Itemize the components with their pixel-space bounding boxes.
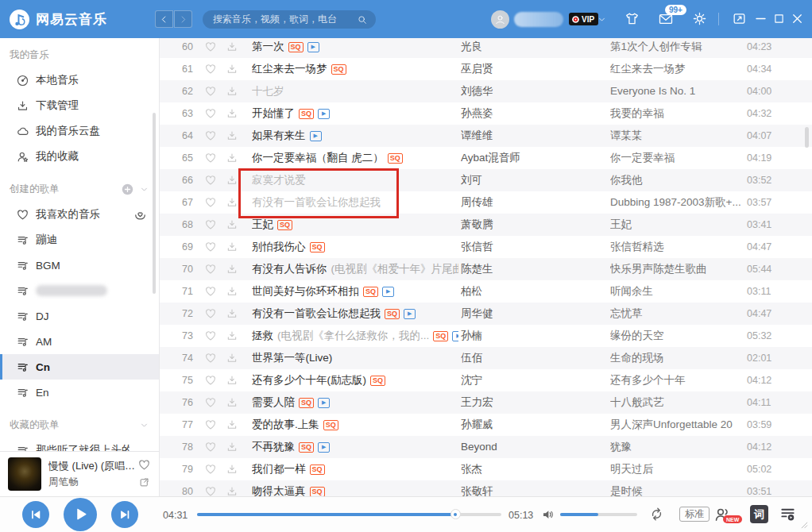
song-artist[interactable]: 伍佰: [461, 347, 601, 369]
song-row-71[interactable]: 71世间美好与你环环相扣SQ▶柏松听闻余生03:11: [160, 280, 812, 303]
app-logo[interactable]: 网易云音乐: [10, 0, 107, 38]
like-heart-icon[interactable]: [204, 352, 217, 364]
sq-badge[interactable]: SQ: [299, 442, 314, 453]
sidebar-playlist-blurred[interactable]: [0, 278, 159, 303]
vip-badge[interactable]: VIP: [569, 13, 598, 25]
song-album[interactable]: 生命的现场: [610, 347, 740, 369]
quality-button[interactable]: 标准: [679, 507, 710, 522]
play-button[interactable]: [64, 498, 97, 531]
download-icon[interactable]: [226, 129, 238, 142]
search-input[interactable]: 搜索音乐，视频，歌词，电台: [203, 10, 376, 29]
volume-icon[interactable]: [541, 507, 555, 522]
song-artist[interactable]: 周传雄: [461, 191, 601, 214]
song-album[interactable]: 我要的幸福: [610, 102, 740, 125]
mv-badge[interactable]: ▶: [310, 131, 322, 141]
download-icon[interactable]: [226, 374, 238, 387]
sq-badge[interactable]: SQ: [388, 153, 403, 164]
messages-button[interactable]: 99+: [658, 11, 674, 27]
search-icon[interactable]: [357, 14, 368, 25]
sq-badge[interactable]: SQ: [433, 331, 448, 341]
like-heart-icon[interactable]: [204, 40, 217, 53]
volume-slider[interactable]: [560, 513, 637, 516]
username-blurred[interactable]: [514, 12, 563, 27]
like-heart-icon[interactable]: [204, 418, 217, 431]
song-title-cell[interactable]: 有没有一首歌会让你想起我SQ▶: [252, 303, 458, 325]
download-icon[interactable]: [226, 307, 238, 320]
song-title-cell[interactable]: 有没有人告诉你(电视剧《相爱十年》片尾曲): [252, 258, 458, 280]
song-title-cell[interactable]: 不再犹豫SQ▶: [252, 436, 458, 458]
sq-badge[interactable]: SQ: [310, 465, 325, 475]
download-icon[interactable]: [226, 174, 238, 187]
play-queue-icon[interactable]: [779, 505, 797, 523]
download-icon[interactable]: [226, 285, 238, 298]
sq-badge[interactable]: SQ: [310, 487, 325, 497]
download-icon[interactable]: [226, 352, 238, 364]
song-title-cell[interactable]: 需要人陪SQ▶: [252, 391, 458, 414]
like-heart-icon[interactable]: [204, 330, 217, 342]
download-icon[interactable]: [226, 485, 238, 496]
download-icon[interactable]: [226, 152, 238, 164]
song-album[interactable]: 你一定要幸福: [610, 147, 740, 169]
song-artist[interactable]: 张信哲: [461, 236, 601, 258]
download-icon[interactable]: [226, 418, 238, 431]
song-artist[interactable]: 刘可: [461, 169, 601, 191]
song-row-70[interactable]: 70有没有人告诉你(电视剧《相爱十年》片尾曲)陈楚生快乐男声陈楚生歌曲05:44: [160, 258, 812, 280]
lyrics-button[interactable]: 词: [750, 505, 768, 523]
song-row-61[interactable]: 61红尘来去一场梦SQ巫启贤红尘来去一场梦04:34: [160, 58, 812, 80]
sidebar-scrollbar-thumb[interactable]: [153, 113, 156, 294]
song-title-cell[interactable]: 还有多少个十年(励志版)SQ: [252, 369, 458, 391]
song-artist[interactable]: 孙耀威: [461, 414, 601, 436]
song-artist[interactable]: 周华健: [461, 303, 601, 325]
heart-hands-icon[interactable]: [133, 207, 148, 222]
sidebar-item-本地音乐[interactable]: 本地音乐: [0, 67, 159, 93]
mv-badge[interactable]: ▶: [307, 42, 319, 52]
song-row-79[interactable]: 79我们都一样SQ张杰明天过后05:02: [160, 458, 812, 480]
song-row-63[interactable]: 63开始懂了VIPSQ▶孙燕姿我要的幸福04:32: [160, 102, 812, 125]
song-row-77[interactable]: 77爱的故事.上集SQ孙耀威男人深声Unforgettable 2003:59: [160, 414, 812, 436]
account-chevron-down-icon[interactable]: [597, 14, 607, 25]
minimize-icon[interactable]: [753, 11, 768, 26]
sidebar-playlist-BGM[interactable]: BGM: [0, 253, 159, 278]
now-playing-like-icon[interactable]: [137, 458, 151, 472]
song-artist[interactable]: 萧敬腾: [461, 214, 601, 236]
sq-badge[interactable]: SQ: [288, 42, 304, 52]
list-scrollbar-thumb[interactable]: [805, 127, 809, 148]
song-album[interactable]: 王妃: [610, 214, 740, 236]
song-album[interactable]: 十八般武艺: [610, 391, 740, 414]
song-title-cell[interactable]: 红尘来去一场梦SQ: [252, 58, 458, 80]
collapse-created-icon[interactable]: [139, 184, 149, 195]
sq-badge[interactable]: SQ: [299, 398, 314, 408]
download-icon[interactable]: [226, 463, 238, 476]
collapse-collected-icon[interactable]: [139, 420, 149, 430]
download-icon[interactable]: [226, 107, 238, 120]
like-heart-icon[interactable]: [204, 218, 217, 231]
song-artist[interactable]: 沈宁: [461, 369, 601, 391]
progress-thumb[interactable]: [450, 509, 461, 519]
like-heart-icon[interactable]: [204, 463, 217, 476]
now-playing-panel[interactable]: 慢慢 (Live) (原唱… 周笔畅: [0, 451, 160, 496]
like-heart-icon[interactable]: [204, 285, 217, 298]
song-row-74[interactable]: 74世界第一等(Live)伍佰生命的现场02:01: [160, 347, 812, 369]
song-row-69[interactable]: 69别怕我伤心SQ张信哲张信哲精选04:47: [160, 236, 812, 258]
forward-button[interactable]: [174, 10, 192, 28]
mv-badge[interactable]: ▶: [382, 287, 394, 297]
song-album[interactable]: Dubbing 1987-2003新歌+...: [610, 191, 740, 214]
song-album[interactable]: Everyone Is No. 1: [610, 80, 740, 102]
like-heart-icon[interactable]: [204, 129, 217, 142]
avatar[interactable]: [491, 10, 509, 29]
song-row-72[interactable]: 72有没有一首歌会让你想起我SQ▶周华健忘忧草04:47: [160, 303, 812, 325]
like-heart-icon[interactable]: [204, 396, 217, 409]
sq-badge[interactable]: SQ: [331, 64, 346, 75]
song-album[interactable]: 是时候: [610, 480, 740, 496]
song-row-76[interactable]: 76需要人陪SQ▶王力宏十八般武艺04:11: [160, 391, 812, 414]
back-button[interactable]: [155, 10, 173, 28]
sq-badge[interactable]: SQ: [385, 309, 400, 319]
listen-together-button[interactable]: NEW: [713, 505, 733, 524]
song-artist[interactable]: 柏松: [461, 280, 601, 303]
download-icon[interactable]: [226, 396, 238, 409]
song-row-78[interactable]: 78不再犹豫SQ▶Beyond犹豫04:12: [160, 436, 812, 458]
song-title-cell[interactable]: 爱的故事.上集SQ: [252, 414, 458, 436]
song-title-cell[interactable]: 第一次SQ▶: [252, 38, 458, 58]
song-artist[interactable]: 孙楠: [461, 325, 601, 347]
song-title-cell[interactable]: 我们都一样SQ: [252, 458, 458, 480]
